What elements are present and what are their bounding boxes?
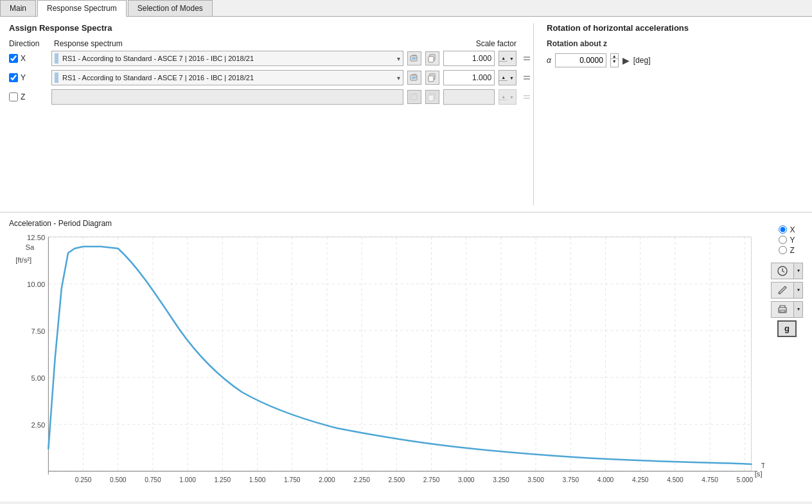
edit-btn-arrow[interactable]: ▾ — [794, 282, 803, 299]
scale-spin-up-x[interactable]: ▲ — [499, 55, 508, 62]
svg-rect-9 — [48, 237, 751, 471]
svg-text:3.000: 3.000 — [458, 476, 475, 483]
alpha-unit: [deg] — [633, 56, 651, 65]
rotation-row: α ▲ ▼ ▶ [deg] — [547, 53, 803, 67]
svg-rect-2 — [428, 56, 434, 62]
svg-text:[s]: [s] — [755, 470, 763, 478]
col-scale-header: Scale factor — [465, 39, 516, 48]
spectrum-dropdown-y[interactable]: RS1 - According to Standard - ASCE 7 | 2… — [51, 70, 403, 85]
expand-z — [520, 92, 533, 101]
scale-value-y: 1.000 — [445, 73, 493, 82]
spectrum-text-y: RS1 - According to Standard - ASCE 7 | 2… — [62, 74, 397, 82]
svg-text:4.250: 4.250 — [632, 476, 649, 483]
radio-group: X Y Z — [779, 225, 795, 255]
svg-text:4.750: 4.750 — [702, 476, 718, 483]
dropdown-arrow-y[interactable]: ▾ — [397, 74, 400, 82]
checkbox-z[interactable] — [9, 92, 18, 101]
radio-z-label: Z — [790, 246, 794, 255]
bottom-panel: Acceleration - Period Diagram — [0, 213, 812, 501]
scale-spin-down-x[interactable]: ▼ — [508, 56, 516, 62]
expand-x[interactable] — [520, 54, 533, 63]
alpha-arrow[interactable]: ▶ — [622, 55, 630, 65]
svg-text:3.500: 3.500 — [527, 476, 544, 483]
alpha-spin-down[interactable]: ▼ — [611, 59, 618, 64]
open-icon-z — [407, 90, 421, 104]
clock-btn-arrow[interactable]: ▾ — [794, 263, 803, 279]
print-btn-arrow[interactable]: ▾ — [794, 301, 803, 318]
radio-x-label: X — [790, 225, 795, 234]
spectrum-color-x — [55, 53, 58, 64]
assign-row-z: Z ▲ ▼ — [9, 89, 533, 105]
radio-z[interactable] — [779, 246, 787, 254]
svg-rect-6 — [410, 94, 417, 100]
assign-row-y: Y RS1 - According to Standard - ASCE 7 |… — [9, 70, 533, 85]
copy-icon-x[interactable] — [425, 51, 439, 65]
open-icon-y[interactable] — [407, 71, 421, 85]
scale-spin-down-y[interactable]: ▼ — [508, 75, 516, 81]
svg-text:2.250: 2.250 — [353, 476, 370, 483]
chart-title: Acceleration - Period Diagram — [9, 219, 771, 228]
radio-x[interactable] — [779, 225, 787, 234]
radio-item-y: Y — [779, 236, 795, 245]
svg-text:0.750: 0.750 — [145, 476, 161, 483]
scale-input-y[interactable]: 1.000 — [443, 70, 495, 85]
spectrum-text-x: RS1 - According to Standard - ASCE 7 | 2… — [62, 55, 397, 62]
svg-text:12.50: 12.50 — [27, 234, 45, 241]
svg-text:5.00: 5.00 — [31, 374, 45, 382]
assign-row-x: X RS1 - According to Standard - ASCE 7 |… — [9, 51, 533, 66]
clock-button[interactable] — [771, 263, 794, 279]
svg-text:2.500: 2.500 — [389, 476, 405, 483]
tab-selection-modes[interactable]: Selection of Modes — [128, 0, 213, 16]
spectrum-dropdown-x[interactable]: RS1 - According to Standard - ASCE 7 | 2… — [51, 51, 403, 66]
svg-text:10.00: 10.00 — [27, 281, 45, 288]
checkbox-y[interactable] — [9, 73, 18, 82]
scale-input-x[interactable]: 1.000 — [443, 51, 495, 66]
svg-rect-0 — [410, 56, 417, 61]
dir-check-x: X — [9, 54, 48, 63]
rotation-subtitle: Rotation about z — [547, 39, 803, 48]
expand-y[interactable] — [520, 73, 533, 82]
g-button[interactable]: g — [777, 320, 797, 337]
svg-text:[ft/s²]: [ft/s²] — [15, 256, 31, 264]
alpha-input[interactable] — [555, 53, 606, 67]
chart-svg: 2.50 5.00 7.50 10.00 12.50 Sa [ft/s²] 0.… — [9, 230, 764, 487]
dir-check-z: Z — [9, 92, 48, 101]
scale-spin-up-y[interactable]: ▲ — [499, 74, 508, 81]
open-icon-x[interactable] — [407, 51, 421, 65]
svg-text:4.500: 4.500 — [667, 476, 684, 483]
dir-label-y: Y — [21, 73, 26, 82]
svg-rect-3 — [410, 75, 417, 80]
svg-text:Sa: Sa — [26, 243, 35, 251]
svg-text:2.000: 2.000 — [319, 476, 335, 483]
tabs-bar: Main Response Spectrum Selection of Mode… — [0, 0, 812, 17]
top-panel: Assign Response Spectra Direction Respon… — [0, 17, 812, 213]
tab-main[interactable]: Main — [0, 0, 36, 16]
col-direction-header: Direction — [9, 39, 48, 48]
headers-row: Direction Response spectrum Scale factor — [9, 39, 533, 48]
svg-text:3.750: 3.750 — [563, 476, 579, 483]
dropdown-arrow-x[interactable]: ▾ — [397, 55, 400, 62]
radio-y[interactable] — [779, 236, 787, 244]
svg-text:2.750: 2.750 — [423, 476, 440, 483]
tab-response-spectrum[interactable]: Response Spectrum — [37, 0, 127, 17]
checkbox-x[interactable] — [9, 54, 18, 63]
main-content: Assign Response Spectra Direction Respon… — [0, 17, 812, 501]
svg-text:5.000: 5.000 — [737, 476, 754, 483]
svg-rect-69 — [780, 310, 785, 312]
chart-area: Acceleration - Period Diagram — [9, 219, 771, 495]
rotation-panel: Rotation of horizontal accelerations Rot… — [533, 23, 803, 205]
edit-button[interactable] — [771, 282, 794, 299]
svg-rect-5 — [428, 76, 434, 82]
svg-text:1.500: 1.500 — [249, 476, 266, 483]
copy-icon-y[interactable] — [425, 71, 439, 85]
col-spectrum-header: Response spectrum — [51, 39, 429, 48]
alpha-spin-up[interactable]: ▲ — [611, 54, 618, 59]
edit-btn-group: ▾ — [771, 282, 803, 299]
print-btn-group: ▾ — [771, 301, 803, 318]
copy-icon-z — [425, 90, 439, 104]
spectrum-dropdown-z — [51, 89, 403, 105]
scale-input-z — [443, 89, 495, 105]
radio-y-label: Y — [790, 236, 795, 245]
dir-check-y: Y — [9, 73, 48, 82]
print-button[interactable] — [771, 301, 794, 318]
